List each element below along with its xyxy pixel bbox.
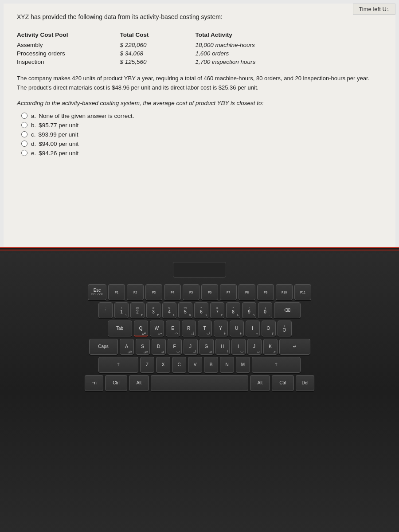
qwerty-key-row: Tab Qض Wص Eث Rق Tف Yغ Uع Iه Oخ +O <box>108 321 292 336</box>
key-f5[interactable]: F5 <box>183 284 200 300</box>
key-space[interactable] <box>151 375 248 391</box>
answer-option-b[interactable]: b. $95.77 per unit <box>21 122 382 129</box>
laptop-hinge <box>0 250 399 253</box>
answer-option-c[interactable]: c. $93.99 per unit <box>21 131 382 138</box>
key-tab[interactable]: Tab <box>108 321 132 336</box>
activity-cost: $ 34,068 <box>111 49 187 58</box>
col-header-cost: Total Cost <box>111 31 187 41</box>
option-text: $93.99 per unit <box>39 131 78 138</box>
key-shift-right[interactable]: ⇧ <box>252 357 301 373</box>
keyboard-area: Esc FnLock F1 F2 F3 F4 F5 F6 F7 F8 F9 F1… <box>0 253 399 395</box>
key-j-pos[interactable]: Jل <box>184 339 198 355</box>
key-g[interactable]: Gى <box>200 339 214 355</box>
key-esc[interactable]: Esc FnLock <box>88 284 106 300</box>
key-j-right[interactable]: Jن <box>247 339 262 355</box>
key-x[interactable]: X <box>156 357 170 373</box>
key-del[interactable]: Del <box>296 375 314 391</box>
answer-option-e[interactable]: e. $94.26 per unit <box>21 150 382 156</box>
key-t[interactable]: Tف <box>198 321 212 336</box>
key-x-top[interactable]: +O <box>278 321 292 336</box>
key-m[interactable]: M <box>236 357 250 373</box>
option-label: b. <box>31 122 36 129</box>
key-shift-left[interactable]: ⇧ <box>98 357 138 373</box>
key-d[interactable]: Dي <box>152 339 166 355</box>
key-w[interactable]: Wص <box>150 321 164 336</box>
option-text: $94.00 per unit <box>39 141 78 147</box>
table-row: Inspection $ 125,560 1,700 inspection ho… <box>17 58 318 66</box>
radio-circle <box>21 113 27 119</box>
key-8[interactable]: *8٨ <box>226 302 240 318</box>
key-v[interactable]: V <box>188 357 202 373</box>
option-text: None of the given answer is correct. <box>39 113 134 119</box>
key-alt-right[interactable]: Alt <box>250 375 270 391</box>
answer-option-a[interactable]: a. None of the given answer is correct. <box>21 113 382 119</box>
activity-total: 1,700 inspection hours <box>187 58 319 66</box>
timer-badge: Time left U:. <box>353 4 395 15</box>
radio-circle <box>21 131 27 137</box>
key-ctrl-right[interactable]: Ctrl <box>272 375 294 391</box>
key-i-pos[interactable]: Iت <box>231 339 246 355</box>
key-n[interactable]: N <box>220 357 234 373</box>
option-label: c. <box>31 131 36 138</box>
option-label: e. <box>31 150 36 156</box>
key-fn[interactable]: Fn <box>85 375 103 391</box>
key-q[interactable]: Qض <box>134 321 148 336</box>
key-c[interactable]: C <box>172 357 186 373</box>
description-text: The company makes 420 units of product Y… <box>17 74 372 93</box>
key-2[interactable]: @2٢ <box>130 302 145 318</box>
key-o[interactable]: Oخ <box>262 321 276 336</box>
key-6[interactable]: ^6٦ <box>194 302 208 318</box>
key-f10[interactable]: F10 <box>276 284 293 300</box>
key-9[interactable]: (9٩ <box>242 302 256 318</box>
key-alt-left[interactable]: Alt <box>129 375 149 391</box>
key-backspace[interactable]: ⌫ <box>274 302 301 318</box>
key-r[interactable]: Rق <box>182 321 196 336</box>
key-5[interactable]: %5٥ <box>178 302 192 318</box>
key-f4[interactable]: F4 <box>164 284 181 300</box>
option-text: $94.26 per unit <box>39 150 78 156</box>
key-4[interactable]: $4٤ <box>162 302 176 318</box>
key-f8[interactable]: F8 <box>239 284 255 300</box>
number-key-row: ~` !1١ @2٢ #3٣ $4٤ %5٥ ^6٦ &7٧ *8٨ (9٩ )… <box>98 302 301 318</box>
key-1[interactable]: !1١ <box>114 302 129 318</box>
answer-option-d[interactable]: d. $94.00 per unit <box>21 141 382 147</box>
radio-circle <box>21 141 27 147</box>
key-caps[interactable]: Caps <box>89 339 118 355</box>
table-row: Processing orders $ 34,068 1,600 orders <box>17 49 318 58</box>
col-header-pool: Activity Cost Pool <box>17 31 111 41</box>
activity-name: Processing orders <box>17 49 111 58</box>
key-s[interactable]: Sس <box>136 339 150 355</box>
key-f2[interactable]: F2 <box>127 284 144 300</box>
key-y[interactable]: Yغ <box>214 321 228 336</box>
key-tilde[interactable]: ~` <box>98 302 113 318</box>
bottom-key-row: ⇧ Z X C V B N M ⇧ <box>98 357 301 373</box>
activity-cost: $ 125,560 <box>111 58 187 66</box>
key-f[interactable]: Fب <box>168 339 182 355</box>
activity-name: Inspection <box>17 58 111 66</box>
key-z[interactable]: Z <box>140 357 154 373</box>
key-a[interactable]: Aش <box>120 339 134 355</box>
key-f7[interactable]: F7 <box>220 284 237 300</box>
key-b[interactable]: B <box>204 357 218 373</box>
key-i[interactable]: Iه <box>246 321 260 336</box>
key-h[interactable]: Hا <box>215 339 230 355</box>
option-label: a. <box>31 113 36 119</box>
key-3[interactable]: #3٣ <box>146 302 160 318</box>
key-0[interactable]: )0٠ <box>258 302 272 318</box>
answer-options: a. None of the given answer is correct. … <box>17 113 382 156</box>
key-e[interactable]: Eث <box>166 321 180 336</box>
key-7[interactable]: &7٧ <box>210 302 224 318</box>
table-row: Assembly $ 228,060 18,000 machine-hours <box>17 41 318 49</box>
key-f6[interactable]: F6 <box>201 284 218 300</box>
key-u[interactable]: Uع <box>230 321 244 336</box>
screen: Time left U:. XYZ has provided the follo… <box>0 0 399 248</box>
key-f11[interactable]: F11 <box>294 284 311 300</box>
key-ctrl[interactable]: Ctrl <box>105 375 127 391</box>
key-f3[interactable]: F3 <box>145 284 162 300</box>
key-f9[interactable]: F9 <box>257 284 274 300</box>
activity-table-section: Activity Cost Pool Total Cost Total Acti… <box>17 31 382 66</box>
touchpad[interactable] <box>173 262 226 278</box>
key-k[interactable]: Kم <box>263 339 278 355</box>
key-f1[interactable]: F1 <box>108 284 125 300</box>
key-enter[interactable]: ↵ <box>279 339 310 355</box>
